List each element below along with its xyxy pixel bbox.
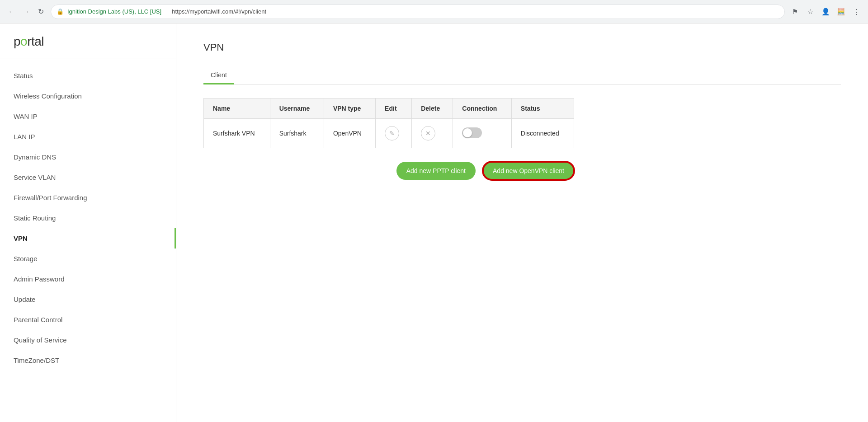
- col-edit: Edit: [376, 98, 412, 119]
- browser-chrome: ← → ↻ 🔒 Ignition Design Labs (US), LLC […: [0, 0, 868, 23]
- cell-vpntype: OpenVPN: [324, 119, 375, 148]
- col-connection: Connection: [453, 98, 512, 119]
- sidebar-item-storage[interactable]: Storage: [0, 249, 176, 269]
- edit-button[interactable]: ✎: [385, 126, 399, 141]
- cell-delete: ✕: [412, 119, 453, 148]
- forward-button[interactable]: →: [20, 5, 33, 18]
- cell-connection: [453, 119, 512, 148]
- main-content: VPN Client Name Username VPN type Edit D…: [176, 23, 868, 422]
- cast-button[interactable]: ⚑: [788, 5, 801, 18]
- extensions-button[interactable]: 🧮: [835, 5, 847, 18]
- table-row: Surfshark VPN Surfshark OpenVPN ✎ ✕ Disc…: [204, 119, 574, 148]
- delete-button[interactable]: ✕: [421, 126, 435, 141]
- menu-button[interactable]: ⋮: [850, 5, 863, 18]
- col-username: Username: [270, 98, 324, 119]
- connection-toggle[interactable]: [462, 127, 482, 138]
- button-area: Add new PPTP client Add new OpenVPN clie…: [203, 162, 574, 180]
- sidebar-item-wireless-configuration[interactable]: Wireless Configuration: [0, 86, 176, 106]
- reload-button[interactable]: ↻: [34, 5, 47, 18]
- logo-accent: o: [20, 34, 27, 48]
- sidebar-item-static-routing[interactable]: Static Routing: [0, 208, 176, 228]
- sidebar-item-wan-ip[interactable]: WAN IP: [0, 106, 176, 127]
- vpn-table: Name Username VPN type Edit Delete Conne…: [203, 98, 574, 148]
- col-status: Status: [511, 98, 574, 119]
- sidebar-item-admin-password[interactable]: Admin Password: [0, 269, 176, 289]
- lock-icon: 🔒: [57, 8, 64, 15]
- address-bar[interactable]: 🔒 Ignition Design Labs (US), LLC [US] ht…: [51, 5, 785, 19]
- site-name: Ignition Design Labs (US), LLC [US]: [67, 8, 161, 15]
- url-path: https://myportalwifi.com/#!/vpn/client: [172, 8, 266, 15]
- sidebar-item-vpn[interactable]: VPN: [0, 228, 176, 249]
- add-pptp-client-button[interactable]: Add new PPTP client: [396, 162, 476, 180]
- cell-edit: ✎: [376, 119, 412, 148]
- col-name: Name: [204, 98, 270, 119]
- cell-name: Surfshark VPN: [204, 119, 270, 148]
- cell-username: Surfshark: [270, 119, 324, 148]
- sidebar-item-dynamic-dns[interactable]: Dynamic DNS: [0, 147, 176, 167]
- browser-actions: ⚑ ☆ 👤 🧮 ⋮: [788, 5, 863, 18]
- logo: portal: [14, 34, 162, 49]
- url-separator: [165, 8, 168, 15]
- sidebar-item-status[interactable]: Status: [0, 66, 176, 86]
- col-delete: Delete: [412, 98, 453, 119]
- nav-buttons: ← → ↻: [5, 5, 47, 18]
- sidebar-item-parental-control[interactable]: Parental Control: [0, 309, 176, 330]
- app-container: portal StatusWireless ConfigurationWAN I…: [0, 23, 868, 422]
- logo-area: portal: [0, 23, 176, 58]
- sidebar: portal StatusWireless ConfigurationWAN I…: [0, 23, 176, 422]
- cell-status: Disconnected: [511, 119, 574, 148]
- profile-button[interactable]: 👤: [819, 5, 832, 18]
- table-header-row: Name Username VPN type Edit Delete Conne…: [204, 98, 574, 119]
- sidebar-item-quality-of-service[interactable]: Quality of Service: [0, 330, 176, 350]
- tabs: Client: [203, 67, 841, 84]
- col-vpntype: VPN type: [324, 98, 375, 119]
- page-title: VPN: [203, 42, 841, 53]
- sidebar-item-update[interactable]: Update: [0, 289, 176, 309]
- sidebar-item-timezone-dst[interactable]: TimeZone/DST: [0, 350, 176, 370]
- back-button[interactable]: ←: [5, 5, 18, 18]
- add-openvpn-client-button[interactable]: Add new OpenVPN client: [483, 162, 574, 180]
- sidebar-item-service-vlan[interactable]: Service VLAN: [0, 167, 176, 188]
- bookmark-button[interactable]: ☆: [804, 5, 816, 18]
- sidebar-item-firewall-port-forwarding[interactable]: Firewall/Port Forwarding: [0, 188, 176, 208]
- nav-list: StatusWireless ConfigurationWAN IPLAN IP…: [0, 58, 176, 378]
- sidebar-item-lan-ip[interactable]: LAN IP: [0, 127, 176, 147]
- tab-client[interactable]: Client: [203, 67, 234, 84]
